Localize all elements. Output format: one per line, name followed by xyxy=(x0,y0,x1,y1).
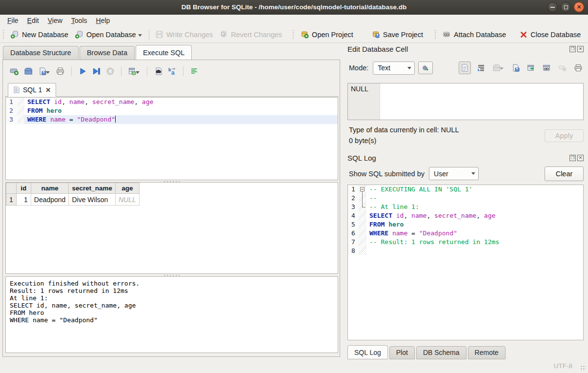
fold-collapse-icon[interactable] xyxy=(360,187,365,191)
cell-size-info: 0 byte(s) xyxy=(349,137,376,145)
close-database-button[interactable]: Close Database xyxy=(516,29,584,41)
new-database-button[interactable]: New Database xyxy=(7,28,72,41)
open-database-dropdown-icon[interactable] xyxy=(138,34,142,37)
execute-line-button[interactable] xyxy=(90,65,102,77)
titlebar: DB Browser for SQLite - /home/user/code/… xyxy=(0,0,588,15)
encoding-indicator[interactable]: UTF-8 xyxy=(554,362,572,370)
minimize-button[interactable] xyxy=(547,2,558,12)
set-null-icon xyxy=(558,64,567,72)
tab-sql-log[interactable]: SQL Log xyxy=(347,345,388,359)
filter-label: Show SQL submitted by xyxy=(349,170,425,178)
right-panel: Edit Database Cell ❐ ✕ Mode: Text xyxy=(343,43,588,359)
export-dropdown-icon[interactable] xyxy=(136,71,140,74)
float-dock-icon[interactable]: ❐ xyxy=(569,155,576,161)
line-number: 1 xyxy=(348,185,359,194)
save-project-button[interactable]: Save Project xyxy=(368,28,426,41)
open-project-button[interactable]: Open Project xyxy=(297,28,357,41)
chevron-down-icon xyxy=(471,172,475,175)
toolbar-drag-handle[interactable] xyxy=(292,29,295,40)
corner-header[interactable] xyxy=(6,183,17,194)
sql-log-view[interactable]: 1-- EXECUTING ALL IN 'SQL 1' 2-- 3-- At … xyxy=(347,185,584,340)
submitter-select[interactable]: User xyxy=(429,167,479,180)
resize-grip[interactable] xyxy=(580,365,586,371)
close-button[interactable]: ✕ xyxy=(574,2,584,12)
save-sql-file-button[interactable] xyxy=(37,65,52,77)
column-header-name[interactable]: name xyxy=(31,183,69,194)
line-number: 3 xyxy=(348,203,359,211)
menu-file[interactable]: File xyxy=(3,16,23,25)
line-number: 8 xyxy=(348,247,359,255)
sql1-tab-close-icon[interactable]: ✕ xyxy=(45,86,51,94)
print-cell-button[interactable] xyxy=(573,63,584,73)
log-line: 5FROM hero xyxy=(348,220,583,229)
column-header-id[interactable]: id xyxy=(16,183,31,194)
print-sql-button[interactable] xyxy=(54,65,66,77)
close-database-icon xyxy=(520,31,527,39)
open-database-button[interactable]: Open Database xyxy=(72,28,146,41)
open-sql-file-button[interactable] xyxy=(22,65,35,77)
line-number: 6 xyxy=(348,229,359,238)
export-data-button[interactable] xyxy=(526,63,536,73)
replace-icon: ba xyxy=(167,67,177,76)
maximize-button[interactable] xyxy=(561,2,571,12)
open-file-icon xyxy=(24,67,33,76)
column-header-age[interactable]: age xyxy=(115,183,139,194)
text-view-button[interactable] xyxy=(459,62,471,74)
row-header[interactable]: 1 xyxy=(6,194,17,206)
apply-button: Apply xyxy=(545,129,584,142)
menu-tools[interactable]: Tools xyxy=(67,16,92,25)
word-wrap-button[interactable] xyxy=(188,65,200,77)
tab-db-schema[interactable]: DB Schema xyxy=(416,346,466,359)
find-button[interactable] xyxy=(152,65,164,77)
close-icon: ✕ xyxy=(577,4,581,10)
export-results-button[interactable] xyxy=(126,65,142,77)
close-dock-icon[interactable]: ✕ xyxy=(577,155,584,161)
link-icon xyxy=(543,64,551,72)
menu-view[interactable]: View xyxy=(43,16,67,25)
save-file-dropdown-icon[interactable] xyxy=(46,71,50,74)
submitter-value: User xyxy=(434,170,448,178)
tab-remote[interactable]: Remote xyxy=(468,346,506,359)
mode-select[interactable]: Text xyxy=(373,62,415,75)
revert-changes-button: Revert Changes xyxy=(216,28,285,41)
table-row[interactable]: 1 1 Deadpond Dive Wilson NULL xyxy=(6,194,140,206)
auto-switch-mode-button[interactable] xyxy=(418,62,433,74)
execution-message: Execution finished without errors. Resul… xyxy=(5,276,338,353)
tab-database-structure[interactable]: Database Structure xyxy=(3,46,79,60)
new-sql-tab-button[interactable] xyxy=(8,65,20,77)
gear-icon xyxy=(422,64,429,72)
log-line: 7-- Result: 1 rows returned in 12ms xyxy=(348,238,583,247)
minimize-icon xyxy=(550,7,555,8)
cell-type-info: Type of data currently in cell: NULL xyxy=(349,126,459,134)
tab-plot[interactable]: Plot xyxy=(389,346,415,359)
save-data-button[interactable] xyxy=(511,63,521,73)
clear-button[interactable]: Clear xyxy=(545,166,584,181)
import-dropdown-icon xyxy=(500,67,504,70)
sql1-tab[interactable]: SQL 1 ✕ xyxy=(8,83,56,97)
cell-editor[interactable]: NULL xyxy=(347,83,584,120)
save-data-icon xyxy=(512,64,520,72)
attach-database-button[interactable]: Attach Database xyxy=(439,28,509,41)
cell-name[interactable]: Deadpond xyxy=(31,194,69,206)
sql-log-title: SQL Log xyxy=(347,154,376,162)
menu-help[interactable]: Help xyxy=(92,16,115,25)
left-panel: Database Structure Browse Data Execute S… xyxy=(0,43,343,359)
float-dock-icon[interactable]: ❐ xyxy=(569,46,576,52)
replace-button[interactable]: ba xyxy=(166,65,178,77)
close-dock-icon[interactable]: ✕ xyxy=(577,46,584,52)
cell-age[interactable]: NULL xyxy=(115,194,139,206)
mode-label: Mode: xyxy=(349,64,368,72)
toolbar-drag-handle[interactable] xyxy=(434,29,437,40)
open-url-button[interactable] xyxy=(542,63,552,73)
cell-id[interactable]: 1 xyxy=(16,194,31,206)
edit-cell-title: Edit Database Cell xyxy=(347,45,408,53)
column-header-secret-name[interactable]: secret_name xyxy=(69,183,116,194)
execute-all-button[interactable] xyxy=(77,65,88,77)
cell-secret-name[interactable]: Dive Wilson xyxy=(69,194,116,206)
toolbar-drag-handle[interactable] xyxy=(2,29,5,40)
tab-browse-data[interactable]: Browse Data xyxy=(80,46,135,60)
sql-editor[interactable]: 1SELECT id, name, secret_name, age 2FROM… xyxy=(5,97,338,180)
tab-execute-sql[interactable]: Execute SQL xyxy=(136,45,192,60)
menu-edit[interactable]: Edit xyxy=(23,16,43,25)
word-wrap-cell-button[interactable] xyxy=(476,63,486,73)
